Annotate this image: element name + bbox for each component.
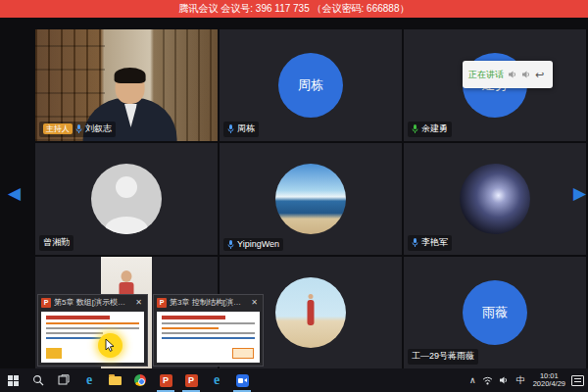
slide-text-line	[46, 337, 103, 339]
mic-icon	[227, 124, 234, 133]
slide-text-line	[46, 332, 103, 334]
windows-taskbar: e P P e ∧ 中 10:01 2020/4/29	[0, 368, 588, 392]
system-tray: ∧ 中 10:01 2020/4/29	[469, 368, 588, 392]
windows-logo-icon	[8, 375, 19, 386]
next-page-button[interactable]: ▶	[573, 185, 586, 202]
participant-name-label: 主持人 刘叙志	[39, 122, 116, 137]
input-method-indicator[interactable]: 中	[514, 373, 527, 388]
reply-arrow-icon[interactable]: ↩	[535, 70, 544, 80]
task-view-button[interactable]	[51, 368, 76, 392]
participant-name: 刘叙志	[85, 122, 112, 135]
participant-name: YipingWen	[237, 239, 279, 249]
participant-tile-9[interactable]: 雨薇 工—29号蒋雨薇	[404, 257, 586, 368]
close-icon[interactable]: ✕	[249, 298, 260, 307]
speaking-label: 正在讲话	[468, 69, 504, 81]
slide-title-line	[46, 316, 110, 319]
chrome-icon	[134, 374, 146, 386]
taskbar-app-chrome[interactable]	[127, 368, 153, 392]
mic-icon	[227, 240, 234, 249]
slide-text-line	[46, 322, 139, 324]
taskbar-preview-ppt-2[interactable]: P 第3章 控制结构[演示模式] - P... ✕	[153, 294, 264, 367]
mouse-cursor-icon	[105, 339, 116, 352]
slide-text-line	[162, 337, 255, 339]
slide-text-line	[162, 327, 219, 329]
powerpoint-icon: P	[157, 298, 167, 308]
cursor-highlight	[98, 333, 122, 358]
avatar-text: 周栋	[298, 76, 323, 94]
meeting-title-bar: 腾讯会议 会议号: 396 117 735 （会议密码: 666888）	[0, 0, 588, 18]
participant-name: 周栋	[237, 122, 255, 135]
edge-icon: e	[214, 372, 220, 388]
avatar: 周栋	[278, 53, 343, 118]
mic-icon	[412, 238, 418, 247]
taskbar-app-edge-2[interactable]: e	[204, 368, 229, 392]
file-explorer-icon	[109, 376, 122, 385]
previous-page-button[interactable]: ◀	[8, 185, 21, 202]
taskbar-app-tencent-meeting[interactable]	[229, 368, 255, 392]
taskbar-app-file-explorer[interactable]	[102, 368, 127, 392]
hidden-icons-chevron[interactable]: ∧	[469, 375, 476, 385]
preview-header: P 第5章 数组[演示模式] - ... ✕	[38, 295, 147, 310]
galaxy-photo-avatar	[460, 164, 530, 234]
taskbar-app-powerpoint-2[interactable]: P	[178, 368, 204, 392]
slide-text-line	[162, 322, 255, 324]
slide-thumbnail[interactable]	[157, 312, 260, 363]
slide-graphic	[232, 348, 254, 359]
search-button[interactable]	[25, 368, 51, 392]
mic-icon-speaking	[412, 124, 418, 133]
action-center-button[interactable]	[571, 375, 584, 386]
participant-tile-4[interactable]: 曾湘勤	[35, 143, 218, 255]
search-icon	[32, 374, 44, 386]
participant-name-label: 周栋	[223, 122, 259, 137]
close-icon[interactable]: ✕	[133, 298, 144, 307]
start-button[interactable]	[0, 368, 25, 392]
participant-name-label: 余建勇	[408, 122, 452, 137]
participant-tile-2[interactable]: 周栋 周栋	[220, 29, 402, 141]
speaker-icon[interactable]	[521, 70, 531, 79]
avatar: 雨薇	[463, 280, 527, 345]
powerpoint-icon: P	[41, 298, 51, 308]
powerpoint-icon: P	[160, 374, 172, 387]
tencent-meeting-icon	[236, 374, 249, 387]
slide-text-line	[46, 327, 139, 329]
slide-graphic	[46, 348, 62, 359]
host-badge: 主持人	[43, 123, 73, 134]
powerpoint-icon: P	[185, 374, 198, 387]
meeting-title: 腾讯会议 会议号: 396 117 735 （会议密码: 666888）	[179, 2, 410, 16]
participant-tile-host[interactable]: 主持人 刘叙志	[35, 29, 218, 141]
avatar-text: 雨薇	[482, 304, 508, 321]
taskbar-clock[interactable]: 10:01 2020/4/29	[533, 372, 565, 389]
participant-name: 曾湘勤	[43, 236, 70, 249]
participant-name: 余建勇	[421, 122, 448, 135]
preview-header: P 第3章 控制结构[演示模式] - P... ✕	[154, 295, 263, 310]
taskbar-app-powerpoint-1[interactable]: P	[153, 368, 178, 392]
task-view-icon	[58, 374, 70, 386]
sea-photo-avatar	[275, 164, 346, 234]
participant-name: 李艳军	[421, 236, 448, 249]
mic-icon	[75, 124, 82, 133]
speaker-icon[interactable]	[508, 70, 517, 79]
slide-text-line	[162, 332, 255, 334]
preview-title: 第3章 控制结构[演示模式] - P...	[170, 297, 246, 308]
taskbar-app-edge[interactable]: e	[76, 368, 102, 392]
participant-name: 工—29号蒋雨薇	[412, 350, 474, 363]
slide-thumbnail[interactable]	[41, 312, 144, 363]
taskbar-preview-ppt-1[interactable]: P 第5章 数组[演示模式] - ... ✕	[37, 294, 148, 367]
participant-tile-5[interactable]: YipingWen	[220, 143, 402, 255]
participant-name-label: 李艳军	[408, 235, 452, 251]
beach-photo-avatar	[275, 277, 346, 348]
preview-title: 第5章 数组[演示模式] - ...	[54, 297, 130, 308]
slide-title-line	[162, 316, 225, 319]
network-icon[interactable]	[482, 376, 493, 385]
speaking-toast: 正在讲话 ↩	[463, 61, 553, 88]
participant-name-label: 工—29号蒋雨薇	[408, 349, 478, 365]
notification-icon	[571, 375, 584, 386]
silhouette-avatar	[91, 164, 162, 234]
tray-date: 2020/4/29	[533, 380, 565, 389]
edge-icon: e	[86, 372, 92, 388]
volume-icon[interactable]	[499, 375, 509, 385]
participant-name-label: YipingWen	[223, 238, 283, 251]
participant-name-label: 曾湘勤	[39, 235, 74, 251]
participant-tile-6[interactable]: 李艳军	[404, 143, 586, 255]
